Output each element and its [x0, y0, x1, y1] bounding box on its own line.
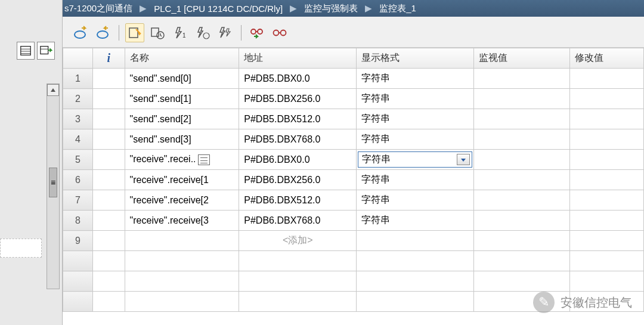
- cell-modify[interactable]: [569, 69, 643, 89]
- flash-time-icon[interactable]: [193, 23, 212, 42]
- cell-modify[interactable]: [569, 109, 643, 129]
- cell-monitor[interactable]: [474, 170, 570, 190]
- glasses-go-icon[interactable]: [247, 23, 267, 42]
- cell-name[interactable]: "receive".receive[1: [125, 170, 239, 190]
- cell-name[interactable]: "receive".receive[2: [125, 190, 239, 211]
- cell-modify[interactable]: [569, 211, 643, 231]
- cell-i[interactable]: [92, 150, 125, 170]
- row-number[interactable]: 9: [63, 231, 93, 251]
- left-scrollbar[interactable]: ≡: [47, 83, 60, 289]
- cell-address[interactable]: P#DB6.DBX512.0: [239, 190, 357, 211]
- table-row[interactable]: 2"send".send[1]P#DB5.DBX256.0字符串: [63, 89, 644, 109]
- scroll-up-icon[interactable]: [47, 84, 59, 96]
- monitor-toggle-icon[interactable]: [125, 23, 144, 42]
- cell-i[interactable]: [92, 170, 125, 190]
- cell-name[interactable]: "send".send[1]: [125, 89, 239, 109]
- row-number[interactable]: 3: [63, 109, 93, 129]
- cell-format[interactable]: 字符串: [357, 129, 474, 150]
- table-go-icon[interactable]: [37, 42, 55, 60]
- cell-i[interactable]: [92, 129, 125, 150]
- flash-one-icon[interactable]: 1: [171, 23, 190, 42]
- col-name-header[interactable]: 名称: [125, 48, 239, 69]
- table-row[interactable]: 8"receive".receive[3P#DB6.DBX768.0字符串: [63, 211, 644, 231]
- cell-monitor[interactable]: [474, 231, 570, 251]
- cell-format[interactable]: [357, 231, 474, 251]
- cell-modify[interactable]: [569, 231, 643, 251]
- cell-monitor[interactable]: [474, 129, 570, 150]
- cell-i[interactable]: [92, 231, 125, 251]
- col-address-header[interactable]: 地址: [239, 48, 357, 69]
- cell-name[interactable]: "send".send[2]: [125, 109, 239, 129]
- row-number[interactable]: 7: [63, 190, 93, 211]
- cell-i[interactable]: [92, 211, 125, 231]
- col-monitor-header[interactable]: 监视值: [474, 48, 570, 69]
- insert-row-above-icon[interactable]: [71, 23, 90, 42]
- cell-address[interactable]: <添加>: [239, 231, 357, 251]
- cell-modify[interactable]: [569, 190, 643, 211]
- cell-monitor[interactable]: [474, 211, 570, 231]
- table-row[interactable]: 3"send".send[2]P#DB5.DBX512.0字符串: [63, 109, 644, 129]
- cell-format[interactable]: 字符串: [357, 150, 474, 170]
- time-monitor-icon[interactable]: [148, 23, 167, 42]
- glasses-icon[interactable]: [270, 23, 289, 42]
- cell-format[interactable]: 字符串: [357, 69, 474, 89]
- cell-address[interactable]: P#DB5.DBX0.0: [239, 69, 357, 89]
- cell-address[interactable]: P#DB6.DBX768.0: [239, 211, 357, 231]
- cell-monitor[interactable]: [474, 89, 570, 109]
- cell-address[interactable]: P#DB5.DBX768.0: [239, 129, 357, 150]
- cell-name[interactable]: "send".send[3]: [125, 129, 239, 150]
- cell-monitor[interactable]: [474, 109, 570, 129]
- cell-name[interactable]: "receive".receive[3: [125, 211, 239, 231]
- cell-address[interactable]: P#DB5.DBX512.0: [239, 109, 357, 129]
- breadcrumb-table[interactable]: 监控表_1: [379, 3, 416, 14]
- table-row[interactable]: 7"receive".receive[2P#DB6.DBX512.0字符串: [63, 190, 644, 211]
- table-row[interactable]: 4"send".send[3]P#DB5.DBX768.0字符串: [63, 129, 644, 150]
- flash-all-icon[interactable]: [216, 23, 235, 42]
- cell-i[interactable]: [92, 109, 125, 129]
- cell-monitor[interactable]: [474, 190, 570, 211]
- col-rownum-header[interactable]: [63, 48, 93, 69]
- row-number[interactable]: 2: [63, 89, 93, 109]
- col-format-header[interactable]: 显示格式: [357, 48, 474, 69]
- row-number[interactable]: 5: [63, 150, 93, 170]
- cell-i[interactable]: [92, 190, 125, 211]
- breadcrumb-group[interactable]: 监控与强制表: [304, 3, 358, 14]
- cell-modify[interactable]: [569, 170, 643, 190]
- row-number[interactable]: 8: [63, 211, 93, 231]
- insert-row-below-icon[interactable]: [94, 23, 113, 42]
- row-number[interactable]: 6: [63, 170, 93, 190]
- cell-name[interactable]: "receive".recei..: [125, 150, 239, 170]
- cell-modify[interactable]: [569, 89, 643, 109]
- col-i-header[interactable]: i: [92, 48, 125, 69]
- cell-modify[interactable]: [569, 150, 643, 170]
- cell-modify[interactable]: [569, 129, 643, 150]
- row-number[interactable]: 1: [63, 69, 93, 89]
- breadcrumb-plc[interactable]: PLC_1 [CPU 1214C DC/DC/Rly]: [154, 4, 283, 14]
- cell-monitor[interactable]: [474, 69, 570, 89]
- browse-icon[interactable]: [198, 154, 210, 165]
- view-mode-icon[interactable]: [17, 42, 35, 60]
- breadcrumb-project[interactable]: s7-1200之间通信: [64, 3, 132, 14]
- cell-format[interactable]: 字符串: [357, 89, 474, 109]
- cell-name[interactable]: "send".send[0]: [125, 69, 239, 89]
- table-row[interactable]: 6"receive".receive[1P#DB6.DBX256.0字符串: [63, 170, 644, 190]
- cell-address[interactable]: P#DB5.DBX256.0: [239, 89, 357, 109]
- cell-format[interactable]: 字符串: [357, 190, 474, 211]
- cell-address[interactable]: P#DB6.DBX0.0: [239, 150, 357, 170]
- cell-name[interactable]: [125, 231, 239, 251]
- cell-monitor[interactable]: [474, 150, 570, 170]
- table-row[interactable]: 1"send".send[0]P#DB5.DBX0.0字符串: [63, 69, 644, 89]
- cell-format[interactable]: 字符串: [357, 211, 474, 231]
- table-row[interactable]: 9<添加>: [63, 231, 644, 251]
- cell-format[interactable]: 字符串: [357, 170, 474, 190]
- table-row[interactable]: 5"receive".recei..P#DB6.DBX0.0字符串: [63, 150, 644, 170]
- row-number[interactable]: 4: [63, 129, 93, 150]
- cell-i[interactable]: [92, 89, 125, 109]
- chevron-down-icon[interactable]: [457, 154, 470, 165]
- cell-address[interactable]: P#DB6.DBX256.0: [239, 170, 357, 190]
- format-dropdown[interactable]: 字符串: [358, 151, 472, 168]
- cell-i[interactable]: [92, 69, 125, 89]
- col-modify-header[interactable]: 修改值: [569, 48, 643, 69]
- scroll-handle[interactable]: ≡: [49, 168, 57, 197]
- cell-format[interactable]: 字符串: [357, 109, 474, 129]
